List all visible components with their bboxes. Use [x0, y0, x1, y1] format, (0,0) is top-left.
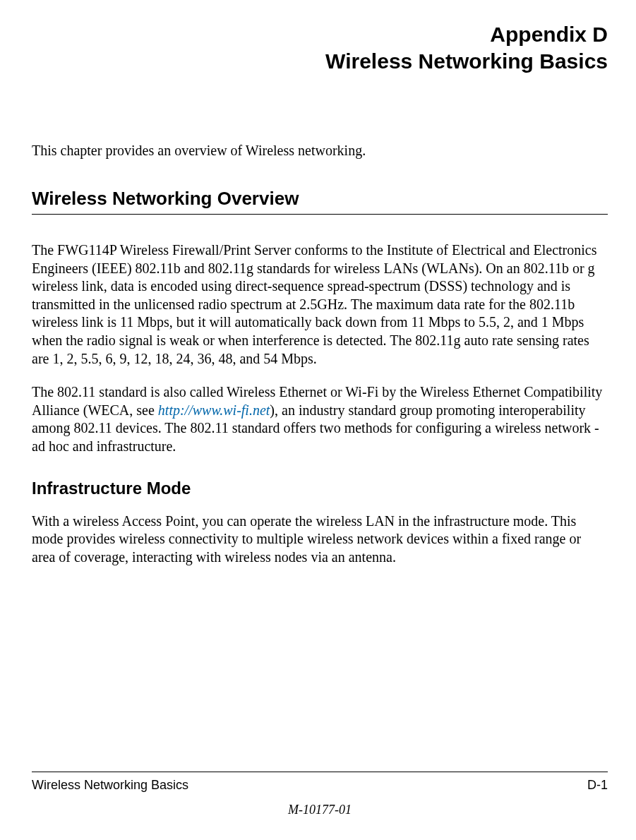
title-line1: Appendix D — [32, 21, 608, 48]
footer-rule — [32, 772, 608, 772]
infrastructure-paragraph-1: With a wireless Access Point, you can op… — [32, 512, 608, 567]
title-line2: Wireless Networking Basics — [32, 48, 608, 75]
page-footer: Wireless Networking Basics D-1 M-10177-0… — [32, 772, 608, 817]
footer-left: Wireless Networking Basics — [32, 778, 188, 793]
overview-paragraph-2: The 802.11 standard is also called Wirel… — [32, 383, 608, 455]
section-heading-infrastructure: Infrastructure Mode — [32, 479, 608, 498]
footer-row: Wireless Networking Basics D-1 — [32, 778, 608, 793]
section-rule — [32, 214, 608, 215]
footer-right: D-1 — [587, 778, 608, 793]
intro-paragraph: This chapter provides an overview of Wir… — [32, 141, 608, 160]
page-title-block: Appendix D Wireless Networking Basics — [32, 21, 608, 74]
footer-code: M-10177-01 — [32, 803, 608, 817]
overview-paragraph-1: The FWG114P Wireless Firewall/Print Serv… — [32, 241, 608, 368]
section-heading-overview: Wireless Networking Overview — [32, 188, 608, 210]
wifi-link[interactable]: http://www.wi-fi.net — [158, 402, 270, 418]
